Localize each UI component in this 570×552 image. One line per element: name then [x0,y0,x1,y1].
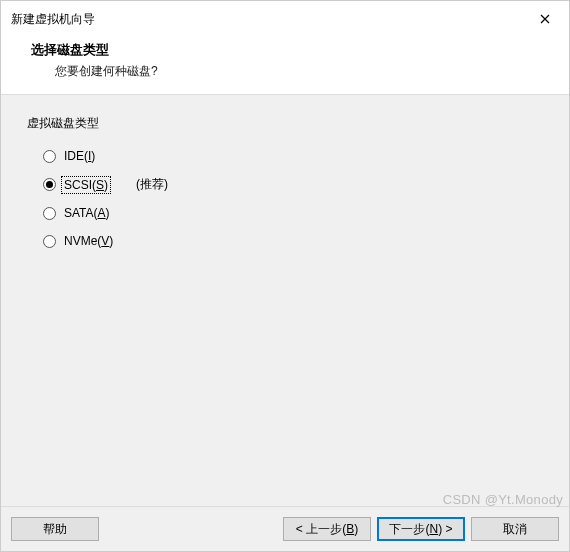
window-title: 新建虚拟机向导 [11,11,95,28]
cancel-button[interactable]: 取消 [471,517,559,541]
group-label: 虚拟磁盘类型 [25,115,545,132]
radio-option-scsi[interactable]: SCSI(S) (推荐) [25,170,545,199]
recommended-label: (推荐) [136,176,168,193]
radio-icon [43,150,56,163]
back-button[interactable]: < 上一步(B) [283,517,371,541]
radio-label: SCSI(S) [62,177,110,193]
next-button[interactable]: 下一步(N) > [377,517,465,541]
cancel-label: 取消 [503,521,527,538]
radio-label: NVMe(V) [62,233,115,249]
radio-label: SATA(A) [62,205,112,221]
back-label: < 上一步(B) [296,521,358,538]
content-area: 虚拟磁盘类型 IDE(I) SCSI(S) (推荐) SATA(A) NVMe(… [1,95,569,506]
next-label: 下一步(N) > [389,521,452,538]
radio-icon [43,178,56,191]
page-subtitle: 您要创建何种磁盘? [31,63,551,80]
radio-label: IDE(I) [62,148,97,164]
close-icon [540,14,550,24]
close-button[interactable] [531,9,559,29]
page-title: 选择磁盘类型 [31,41,551,59]
wizard-header: 选择磁盘类型 您要创建何种磁盘? [1,35,569,95]
footer: 帮助 < 上一步(B) 下一步(N) > 取消 [1,506,569,551]
radio-option-nvme[interactable]: NVMe(V) [25,227,545,255]
help-label: 帮助 [43,521,67,538]
titlebar: 新建虚拟机向导 [1,1,569,35]
radio-icon [43,235,56,248]
radio-icon [43,207,56,220]
help-button[interactable]: 帮助 [11,517,99,541]
radio-option-ide[interactable]: IDE(I) [25,142,545,170]
radio-option-sata[interactable]: SATA(A) [25,199,545,227]
disk-type-group: 虚拟磁盘类型 IDE(I) SCSI(S) (推荐) SATA(A) NVMe(… [17,111,553,263]
